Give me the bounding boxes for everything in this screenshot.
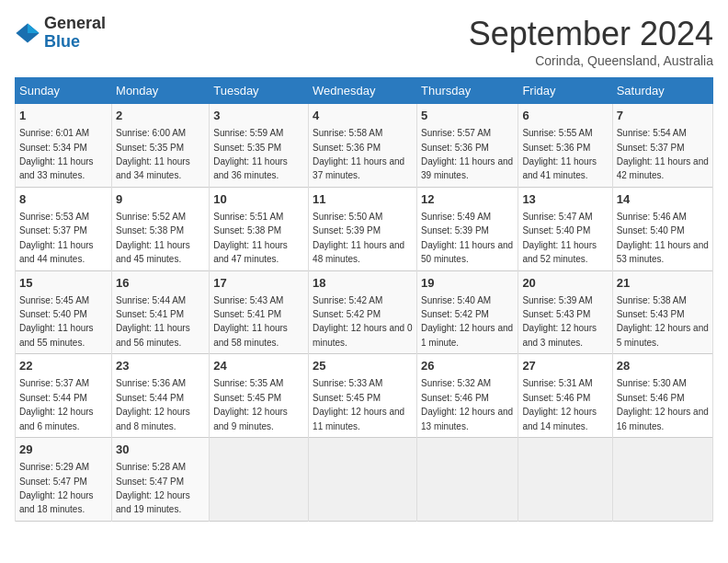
title-block: September 2024 Corinda, Queensland, Aust… [469,15,713,68]
header-day-wednesday: Wednesday [309,78,417,104]
day-number: 4 [313,108,413,124]
day-number: 26 [421,358,514,374]
calendar-cell [612,438,712,522]
day-info: Sunrise: 5:31 AMSunset: 5:46 PMDaylight:… [522,378,597,431]
day-info: Sunrise: 5:49 AMSunset: 5:39 PMDaylight:… [421,212,513,264]
day-number: 30 [116,442,205,458]
calendar-cell: 23Sunrise: 5:36 AMSunset: 5:44 PMDayligh… [112,354,210,438]
day-info: Sunrise: 5:45 AMSunset: 5:40 PMDaylight:… [19,295,94,348]
day-info: Sunrise: 6:00 AMSunset: 5:35 PMDaylight:… [116,128,190,180]
day-number: 23 [116,358,205,374]
day-info: Sunrise: 5:58 AMSunset: 5:36 PMDaylight:… [313,128,404,180]
calendar-cell: 25Sunrise: 5:33 AMSunset: 5:45 PMDayligh… [309,354,417,438]
logo-icon [15,20,40,46]
day-number: 25 [313,358,413,374]
header-day-sunday: Sunday [16,78,112,104]
calendar-body: 1Sunrise: 6:01 AMSunset: 5:34 PMDaylight… [16,104,713,522]
header-day-thursday: Thursday [417,78,518,104]
day-info: Sunrise: 5:57 AMSunset: 5:36 PMDaylight:… [421,128,513,180]
calendar-cell: 10Sunrise: 5:51 AMSunset: 5:38 PMDayligh… [210,187,309,270]
day-number: 22 [19,358,108,374]
day-info: Sunrise: 5:42 AMSunset: 5:42 PMDaylight:… [313,295,412,348]
day-number: 1 [19,108,108,124]
calendar-cell: 21Sunrise: 5:38 AMSunset: 5:43 PMDayligh… [612,270,712,354]
calendar-cell: 16Sunrise: 5:44 AMSunset: 5:41 PMDayligh… [112,270,210,354]
logo: General Blue [15,15,106,52]
calendar-cell: 22Sunrise: 5:37 AMSunset: 5:44 PMDayligh… [16,354,112,438]
day-info: Sunrise: 5:53 AMSunset: 5:37 PMDaylight:… [19,212,94,264]
calendar-week-5: 29Sunrise: 5:29 AMSunset: 5:47 PMDayligh… [16,438,713,522]
logo-text: General Blue [44,15,106,52]
day-info: Sunrise: 5:52 AMSunset: 5:38 PMDaylight:… [116,212,190,264]
day-number: 14 [617,191,709,208]
calendar-table: SundayMondayTuesdayWednesdayThursdayFrid… [15,77,713,522]
day-info: Sunrise: 5:43 AMSunset: 5:41 PMDaylight:… [213,295,288,348]
calendar-cell: 5Sunrise: 5:57 AMSunset: 5:36 PMDaylight… [417,104,518,188]
day-info: Sunrise: 5:28 AMSunset: 5:47 PMDaylight:… [116,462,190,514]
calendar-cell [417,438,518,522]
day-info: Sunrise: 5:35 AMSunset: 5:45 PMDaylight:… [213,378,288,431]
calendar-week-4: 22Sunrise: 5:37 AMSunset: 5:44 PMDayligh… [16,354,713,438]
day-number: 12 [421,191,514,208]
day-number: 7 [617,108,709,124]
header-day-monday: Monday [112,78,210,104]
header-day-tuesday: Tuesday [210,78,309,104]
calendar-cell: 30Sunrise: 5:28 AMSunset: 5:47 PMDayligh… [112,438,210,522]
day-info: Sunrise: 6:01 AMSunset: 5:34 PMDaylight:… [19,128,94,180]
calendar-cell: 20Sunrise: 5:39 AMSunset: 5:43 PMDayligh… [518,270,612,354]
calendar-cell [518,438,612,522]
day-number: 10 [213,191,304,208]
day-number: 21 [617,275,709,292]
svg-marker-1 [28,23,40,33]
day-info: Sunrise: 5:51 AMSunset: 5:38 PMDaylight:… [213,212,288,264]
day-info: Sunrise: 5:47 AMSunset: 5:40 PMDaylight:… [522,212,597,264]
day-info: Sunrise: 5:29 AMSunset: 5:47 PMDaylight:… [19,462,94,514]
calendar-cell: 2Sunrise: 6:00 AMSunset: 5:35 PMDaylight… [112,104,210,188]
day-number: 9 [116,191,205,208]
calendar-cell: 8Sunrise: 5:53 AMSunset: 5:37 PMDaylight… [16,187,112,270]
calendar-header: SundayMondayTuesdayWednesdayThursdayFrid… [16,78,713,104]
day-number: 15 [19,275,108,292]
day-number: 24 [213,358,304,374]
calendar-cell: 27Sunrise: 5:31 AMSunset: 5:46 PMDayligh… [518,354,612,438]
day-info: Sunrise: 5:30 AMSunset: 5:46 PMDaylight:… [617,378,709,431]
day-info: Sunrise: 5:32 AMSunset: 5:46 PMDaylight:… [421,378,513,431]
calendar-cell: 19Sunrise: 5:40 AMSunset: 5:42 PMDayligh… [417,270,518,354]
day-info: Sunrise: 5:55 AMSunset: 5:36 PMDaylight:… [522,128,597,180]
calendar-cell: 6Sunrise: 5:55 AMSunset: 5:36 PMDaylight… [518,104,612,188]
calendar-cell: 1Sunrise: 6:01 AMSunset: 5:34 PMDaylight… [16,104,112,188]
calendar-cell: 28Sunrise: 5:30 AMSunset: 5:46 PMDayligh… [612,354,712,438]
calendar-cell: 18Sunrise: 5:42 AMSunset: 5:42 PMDayligh… [309,270,417,354]
calendar-cell: 13Sunrise: 5:47 AMSunset: 5:40 PMDayligh… [518,187,612,270]
calendar-cell: 14Sunrise: 5:46 AMSunset: 5:40 PMDayligh… [612,187,712,270]
calendar-cell [210,438,309,522]
header-day-friday: Friday [518,78,612,104]
calendar-cell: 4Sunrise: 5:58 AMSunset: 5:36 PMDaylight… [309,104,417,188]
day-info: Sunrise: 5:37 AMSunset: 5:44 PMDaylight:… [19,378,94,431]
calendar-cell: 17Sunrise: 5:43 AMSunset: 5:41 PMDayligh… [210,270,309,354]
day-number: 11 [313,191,413,208]
month-title: September 2024 [469,15,713,53]
day-number: 18 [313,275,413,292]
day-number: 6 [522,108,608,124]
calendar-week-3: 15Sunrise: 5:45 AMSunset: 5:40 PMDayligh… [16,270,713,354]
day-info: Sunrise: 5:50 AMSunset: 5:39 PMDaylight:… [313,212,404,264]
calendar-cell [309,438,417,522]
day-info: Sunrise: 5:59 AMSunset: 5:35 PMDaylight:… [213,128,288,180]
calendar-week-1: 1Sunrise: 6:01 AMSunset: 5:34 PMDaylight… [16,104,713,188]
calendar-cell: 9Sunrise: 5:52 AMSunset: 5:38 PMDaylight… [112,187,210,270]
calendar-cell: 24Sunrise: 5:35 AMSunset: 5:45 PMDayligh… [210,354,309,438]
day-number: 2 [116,108,205,124]
day-number: 19 [421,275,514,292]
day-info: Sunrise: 5:39 AMSunset: 5:43 PMDaylight:… [522,295,597,348]
calendar-cell: 11Sunrise: 5:50 AMSunset: 5:39 PMDayligh… [309,187,417,270]
page-header: General Blue September 2024 Corinda, Que… [15,15,713,68]
day-info: Sunrise: 5:40 AMSunset: 5:42 PMDaylight:… [421,295,513,348]
day-number: 20 [522,275,608,292]
calendar-cell: 29Sunrise: 5:29 AMSunset: 5:47 PMDayligh… [16,438,112,522]
calendar-cell: 7Sunrise: 5:54 AMSunset: 5:37 PMDaylight… [612,104,712,188]
day-info: Sunrise: 5:33 AMSunset: 5:45 PMDaylight:… [313,378,404,431]
day-info: Sunrise: 5:44 AMSunset: 5:41 PMDaylight:… [116,295,190,348]
calendar-cell: 26Sunrise: 5:32 AMSunset: 5:46 PMDayligh… [417,354,518,438]
calendar-cell: 12Sunrise: 5:49 AMSunset: 5:39 PMDayligh… [417,187,518,270]
